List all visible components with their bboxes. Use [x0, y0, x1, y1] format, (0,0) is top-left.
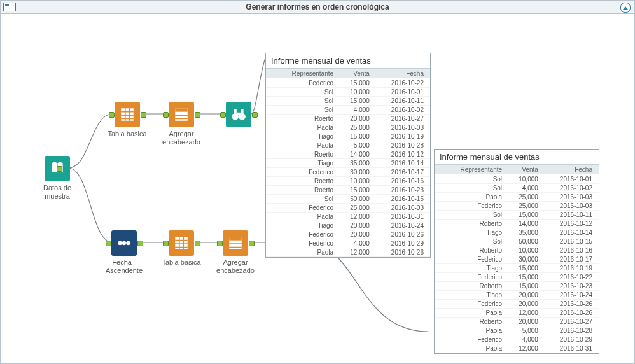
table-cell: 2016-10-23 [376, 186, 430, 195]
table-cell: Paola [435, 193, 508, 202]
table-cell: 20,000 [340, 115, 376, 123]
table-cell: 4,000 [508, 184, 545, 193]
table-cell: 20,000 [340, 221, 376, 230]
svg-rect-2 [175, 108, 188, 111]
input-port[interactable] [109, 112, 115, 118]
table-cell: Federico [266, 204, 340, 213]
node-header2[interactable]: Agregar encabezado [208, 230, 263, 275]
table-cell: 2016-10-28 [545, 326, 599, 335]
table-row: Tiago35,0002016-10-14 [435, 228, 599, 237]
table-row: Paola12,0002016-10-31 [266, 213, 430, 221]
table-row: Federico30,0002016-10-17 [266, 168, 430, 177]
table-cell: 20,000 [508, 291, 545, 300]
table-cell: 2016-10-17 [376, 168, 430, 177]
table-cell: Roerto [266, 186, 340, 195]
table-row: Sol15,0002016-10-11 [266, 97, 430, 106]
table-cell: 25,000 [508, 202, 545, 211]
panel-title: Generar informes en orden cronológica [1, 3, 634, 11]
table-row: Sol4,0002016-10-02 [435, 184, 599, 193]
node-tabla1[interactable]: Tabla basica [100, 102, 155, 138]
table-cell: Sol [435, 211, 508, 220]
node-browse1[interactable] [211, 102, 266, 127]
node-label: Fecha - Ascendente [97, 258, 151, 275]
table-row: Paola5,0002016-10-28 [435, 326, 599, 335]
node-sort[interactable]: Fecha - Ascendente [97, 230, 151, 275]
col-header: Venta [508, 165, 545, 175]
output-port[interactable] [137, 241, 143, 246]
table-row: Paola12,0002016-10-26 [266, 248, 430, 257]
input-port[interactable] [220, 112, 226, 118]
table-cell: 15,000 [508, 264, 545, 273]
report-unsorted: Informe mensual de ventas Representante … [265, 53, 431, 258]
input-port[interactable] [217, 241, 223, 246]
table-cell: 15,000 [340, 79, 376, 88]
table-row: Tiago20,0002016-10-24 [266, 221, 430, 230]
table-cell: 25,000 [340, 204, 376, 213]
table-cell: 2016-10-19 [545, 264, 599, 273]
table-cell: Roberto [435, 282, 508, 291]
output-port[interactable] [249, 241, 255, 246]
table-cell: 15,000 [508, 273, 545, 282]
table-cell: 4,000 [508, 335, 545, 344]
table-cell: 2016-10-24 [376, 221, 430, 230]
table-cell: Roberto [435, 318, 508, 326]
input-port[interactable] [163, 112, 169, 118]
table-cell: 14,000 [508, 220, 545, 228]
svg-rect-6 [241, 109, 243, 114]
table-cell: Tiago [435, 291, 508, 300]
table-cell: 2016-10-24 [545, 291, 599, 300]
table-cell: Paola [266, 141, 340, 150]
table-cell: 10,000 [340, 177, 376, 186]
table-cell: Federico [435, 335, 508, 344]
input-port[interactable] [106, 241, 111, 246]
node-header1[interactable]: Agregar encabezado [154, 102, 209, 146]
table-row: Paola5,0002016-10-28 [266, 141, 430, 150]
table-cell: 2016-10-23 [545, 282, 599, 291]
report-caption: Informe mensual de ventas [435, 150, 599, 165]
table-cell: 12,000 [340, 248, 376, 257]
table-cell: 2016-10-03 [376, 123, 430, 132]
table-cell: 2016-10-12 [545, 220, 599, 228]
svg-point-8 [118, 241, 122, 246]
table-cell: Paola [266, 248, 340, 257]
table-cell: Federico [266, 239, 340, 248]
report-table: Representante Venta Fecha Sol10,0002016-… [435, 165, 599, 353]
output-port[interactable] [195, 112, 200, 118]
table-cell: 2016-10-16 [545, 246, 599, 255]
header-icon [223, 230, 248, 256]
table-row: Tiago20,0002016-10-24 [435, 291, 599, 300]
svg-point-10 [126, 241, 130, 246]
canvas[interactable]: Datos de muestra Tabla basica Agregar en… [1, 13, 634, 363]
table-cell: 30,000 [340, 168, 376, 177]
table-cell: Tiago [266, 132, 340, 141]
table-cell: Federico [435, 255, 508, 264]
table-cell: Roerto [266, 115, 340, 123]
table-cell: 15,000 [340, 186, 376, 195]
report-sorted: Informe mensual de ventas Representante … [434, 149, 599, 354]
table-row: Roerto14,0002016-10-12 [266, 150, 430, 159]
table-row: Tiago35,0002016-10-14 [266, 159, 430, 168]
input-port[interactable] [163, 241, 169, 246]
table-cell: 12,000 [340, 213, 376, 221]
node-tabla2[interactable]: Tabla basica [154, 230, 209, 267]
output-port[interactable] [57, 166, 62, 172]
table-cell: 20,000 [340, 230, 376, 239]
output-port[interactable] [141, 112, 146, 118]
table-cell: 2016-10-22 [376, 79, 430, 88]
table-icon [115, 102, 140, 127]
col-header: Fecha [376, 69, 430, 79]
table-cell: 2016-10-03 [376, 204, 430, 213]
output-port[interactable] [252, 112, 258, 118]
output-port[interactable] [195, 241, 200, 246]
node-source[interactable]: Datos de muestra [30, 156, 85, 200]
report-table: Representante Venta Fecha Federico15,000… [266, 69, 430, 257]
table-cell: 20,000 [508, 300, 545, 309]
node-label: Tabla basica [162, 258, 200, 267]
panel-minimap-icon[interactable] [3, 3, 16, 11]
table-row: Roerto20,0002016-10-27 [266, 115, 430, 123]
table-cell: 4,000 [340, 106, 376, 115]
svg-point-9 [122, 241, 127, 246]
table-cell: 12,000 [508, 344, 545, 353]
collapse-icon[interactable] [620, 3, 631, 13]
table-cell: Paola [435, 344, 508, 353]
